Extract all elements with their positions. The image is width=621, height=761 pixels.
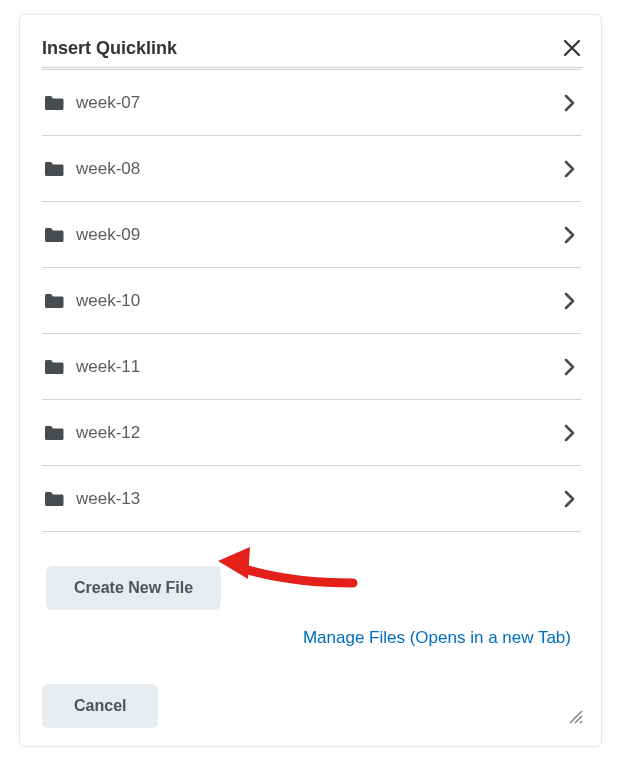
folder-icon xyxy=(44,95,64,111)
folder-name: week-09 xyxy=(76,225,140,245)
folder-icon xyxy=(44,161,64,177)
resize-handle-icon[interactable] xyxy=(567,708,583,728)
folder-row[interactable]: week-10 xyxy=(42,268,581,334)
dialog-title: Insert Quicklink xyxy=(42,38,177,59)
create-new-file-button[interactable]: Create New File xyxy=(46,566,221,610)
folder-row-left: week-08 xyxy=(44,159,140,179)
chevron-right-icon xyxy=(564,424,575,442)
folder-row[interactable]: week-12 xyxy=(42,400,581,466)
chevron-right-icon xyxy=(564,160,575,178)
dialog-header: Insert Quicklink xyxy=(42,37,583,59)
folder-name: week-08 xyxy=(76,159,140,179)
folder-icon xyxy=(44,491,64,507)
folder-row-left: week-11 xyxy=(44,357,140,377)
folder-row[interactable]: week-08 xyxy=(42,136,581,202)
dialog-footer: Cancel xyxy=(42,684,583,728)
folder-row[interactable]: week-09 xyxy=(42,202,581,268)
chevron-right-icon xyxy=(564,292,575,310)
cancel-button[interactable]: Cancel xyxy=(42,684,158,728)
chevron-right-icon xyxy=(564,490,575,508)
folder-name: week-10 xyxy=(76,291,140,311)
folder-name: week-07 xyxy=(76,93,140,113)
close-icon xyxy=(563,39,581,57)
folder-icon xyxy=(44,359,64,375)
folder-row-left: week-12 xyxy=(44,423,140,443)
folder-row-left: week-10 xyxy=(44,291,140,311)
folder-list-scroll[interactable]: week-06week-07week-08week-09week-10week-… xyxy=(42,67,583,666)
folder-row[interactable]: week-07 xyxy=(42,70,581,136)
folder-row-left: week-13 xyxy=(44,489,140,509)
insert-quicklink-dialog: Insert Quicklink week-06week-07week-08we… xyxy=(19,14,602,747)
chevron-right-icon xyxy=(564,94,575,112)
folder-name: week-12 xyxy=(76,423,140,443)
chevron-right-icon xyxy=(564,226,575,244)
folder-row-left: week-09 xyxy=(44,225,140,245)
folder-name: week-13 xyxy=(76,489,140,509)
folder-row[interactable]: week-13 xyxy=(42,466,581,532)
folder-row-left: week-07 xyxy=(44,93,140,113)
folder-icon xyxy=(44,227,64,243)
actions-block: Create New FileManage Files (Opens in a … xyxy=(42,532,581,666)
manage-files-link[interactable]: Manage Files (Opens in a new Tab) xyxy=(303,628,571,647)
folder-icon xyxy=(44,425,64,441)
close-button[interactable] xyxy=(561,37,583,59)
manage-files-link-wrap: Manage Files (Opens in a new Tab) xyxy=(46,628,577,648)
folder-row[interactable]: week-11 xyxy=(42,334,581,400)
chevron-right-icon xyxy=(564,358,575,376)
folder-name: week-11 xyxy=(76,357,140,377)
folder-icon xyxy=(44,293,64,309)
